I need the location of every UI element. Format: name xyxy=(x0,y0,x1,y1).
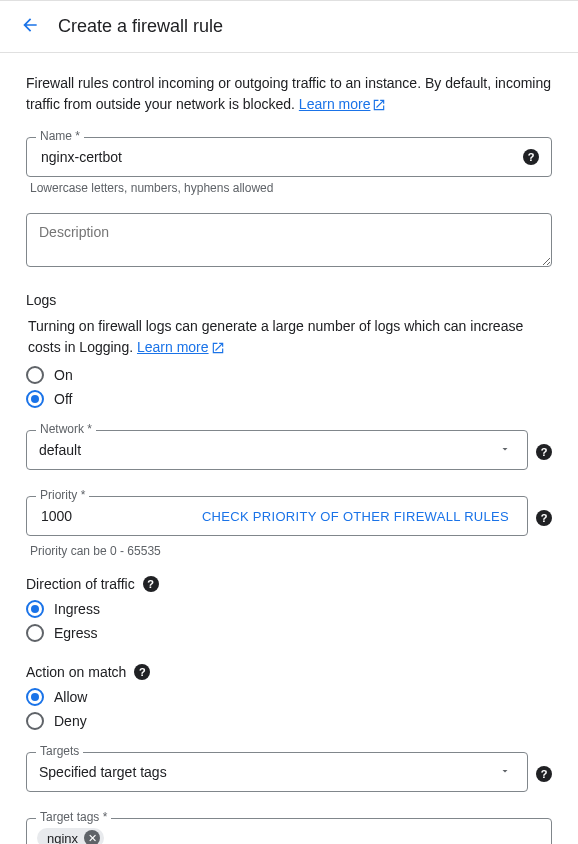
help-icon[interactable]: ? xyxy=(523,149,539,165)
description-input[interactable] xyxy=(26,213,552,267)
chevron-down-icon xyxy=(499,442,511,458)
targets-value: Specified target tags xyxy=(39,764,499,780)
target-tags-label: Target tags * xyxy=(36,810,111,824)
chip-remove-icon[interactable]: ✕ xyxy=(84,830,100,844)
top-bar: Create a firewall rule xyxy=(0,0,578,53)
targets-select[interactable]: Specified target tags xyxy=(26,752,528,792)
back-arrow-icon[interactable] xyxy=(20,15,40,38)
help-icon[interactable]: ? xyxy=(143,576,159,592)
radio-icon xyxy=(26,390,44,408)
name-label: Name * xyxy=(36,129,84,143)
logs-radio-off[interactable]: Off xyxy=(26,390,552,408)
tag-chip-label: nginx xyxy=(47,831,78,845)
radio-icon xyxy=(26,624,44,642)
radio-icon xyxy=(26,600,44,618)
help-icon[interactable]: ? xyxy=(134,664,150,680)
priority-field: Priority * CHECK PRIORITY OF OTHER FIREW… xyxy=(26,496,528,536)
direction-title: Direction of traffic ? xyxy=(26,576,552,592)
logs-desc: Turning on firewall logs can generate a … xyxy=(26,316,552,358)
allow-label: Allow xyxy=(54,689,87,705)
direction-radio-egress[interactable]: Egress xyxy=(26,624,552,642)
priority-helper: Priority can be 0 - 65535 xyxy=(30,544,548,558)
logs-off-label: Off xyxy=(54,391,72,407)
targets-label: Targets xyxy=(36,744,83,758)
name-helper: Lowercase letters, numbers, hyphens allo… xyxy=(30,181,548,195)
network-row: Network * default ? xyxy=(26,430,552,474)
network-field: Network * default xyxy=(26,430,528,470)
intro-text: Firewall rules control incoming or outgo… xyxy=(26,73,552,115)
priority-input[interactable] xyxy=(39,507,99,525)
ingress-label: Ingress xyxy=(54,601,100,617)
direction-radio-ingress[interactable]: Ingress xyxy=(26,600,552,618)
network-select[interactable]: default xyxy=(26,430,528,470)
chevron-down-icon xyxy=(499,764,511,780)
logs-title: Logs xyxy=(26,292,552,308)
help-icon[interactable]: ? xyxy=(536,444,552,460)
tag-chip: nginx ✕ xyxy=(37,828,104,844)
help-icon[interactable]: ? xyxy=(536,766,552,782)
action-section: Action on match ? Allow Deny xyxy=(26,664,552,730)
priority-row: Priority * CHECK PRIORITY OF OTHER FIREW… xyxy=(26,496,552,540)
description-field xyxy=(26,213,552,270)
logs-on-label: On xyxy=(54,367,73,383)
radio-icon xyxy=(26,366,44,384)
help-icon[interactable]: ? xyxy=(536,510,552,526)
targets-field: Targets Specified target tags xyxy=(26,752,528,792)
target-tags-field: Target tags * nginx ✕ xyxy=(26,818,552,844)
logs-radio-on[interactable]: On xyxy=(26,366,552,384)
form-content: Firewall rules control incoming or outgo… xyxy=(0,53,578,844)
external-link-icon xyxy=(211,341,225,355)
action-radio-deny[interactable]: Deny xyxy=(26,712,552,730)
targets-row: Targets Specified target tags ? xyxy=(26,752,552,796)
radio-icon xyxy=(26,688,44,706)
logs-section: Logs Turning on firewall logs can genera… xyxy=(26,292,552,408)
network-label: Network * xyxy=(36,422,96,436)
intro-copy: Firewall rules control incoming or outgo… xyxy=(26,75,551,112)
priority-label: Priority * xyxy=(36,488,89,502)
name-input[interactable] xyxy=(39,148,523,166)
name-field: Name * ? xyxy=(26,137,552,177)
action-radio-allow[interactable]: Allow xyxy=(26,688,552,706)
radio-icon xyxy=(26,712,44,730)
external-link-icon xyxy=(372,98,386,112)
direction-section: Direction of traffic ? Ingress Egress xyxy=(26,576,552,642)
page-title: Create a firewall rule xyxy=(58,16,223,37)
logs-learn-more-link[interactable]: Learn more xyxy=(137,339,209,355)
action-title: Action on match ? xyxy=(26,664,552,680)
deny-label: Deny xyxy=(54,713,87,729)
network-value: default xyxy=(39,442,499,458)
check-priority-link[interactable]: CHECK PRIORITY OF OTHER FIREWALL RULES xyxy=(202,509,509,524)
egress-label: Egress xyxy=(54,625,98,641)
learn-more-link[interactable]: Learn more xyxy=(299,96,371,112)
